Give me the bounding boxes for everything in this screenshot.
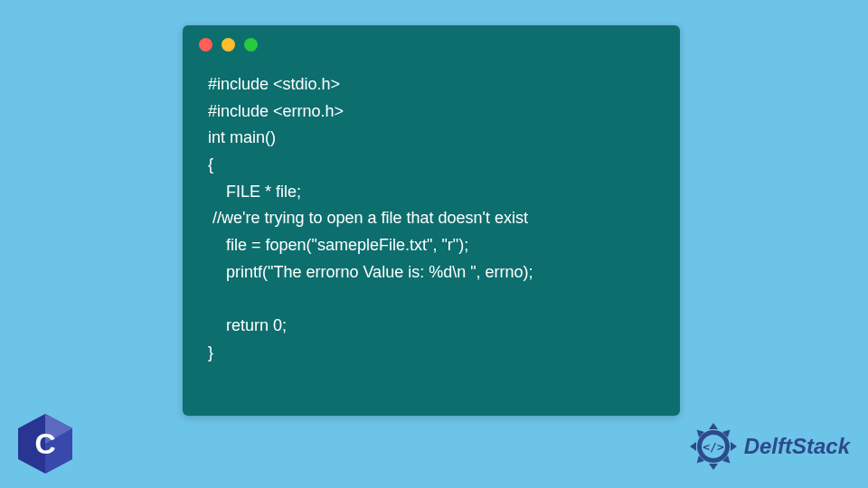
delftstack-text: DelftStack — [744, 434, 850, 459]
svg-marker-7 — [731, 442, 737, 451]
minimize-icon — [222, 38, 235, 52]
delftstack-logo: </> DelftStack — [688, 421, 850, 472]
close-icon — [199, 38, 212, 52]
svg-marker-5 — [709, 464, 718, 470]
code-content: #include <stdio.h> #include <errno.h> in… — [183, 61, 680, 385]
maximize-icon — [244, 38, 258, 52]
svg-text:C: C — [34, 427, 55, 460]
c-language-logo: C — [18, 414, 72, 474]
svg-marker-6 — [690, 442, 696, 451]
svg-marker-4 — [709, 423, 718, 429]
delftstack-gear-icon: </> — [688, 421, 739, 472]
window-controls — [183, 25, 680, 61]
code-window: #include <stdio.h> #include <errno.h> in… — [183, 25, 680, 416]
svg-text:</>: </> — [703, 440, 724, 454]
